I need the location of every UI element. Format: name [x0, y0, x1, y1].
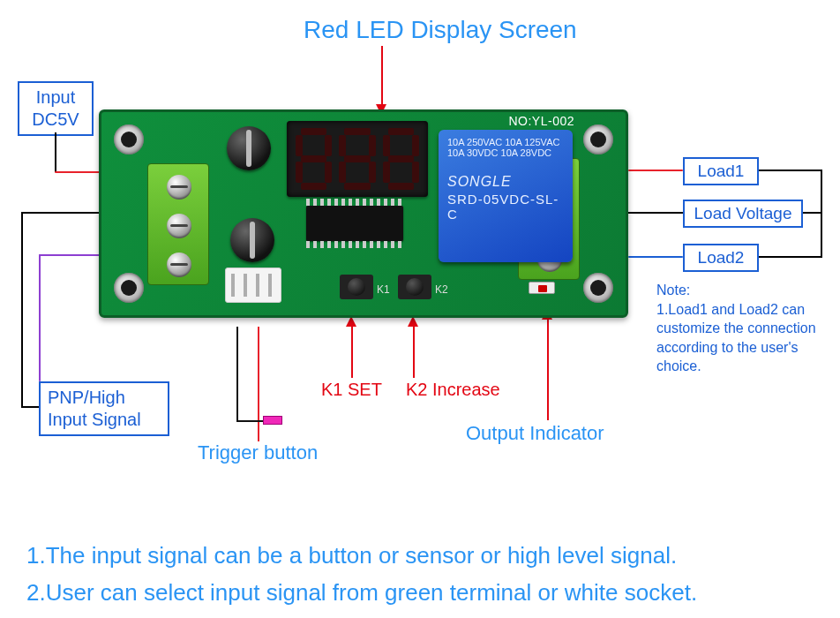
mount-hole-icon — [114, 124, 144, 154]
note-title: Note: — [656, 283, 690, 298]
relay-specs-1: 10A 250VAC 10A 125VAC — [447, 137, 564, 147]
label-load1: Load1 — [683, 157, 759, 185]
k2-silk: K2 — [435, 283, 448, 296]
screw-icon — [167, 252, 191, 277]
label-load2: Load2 — [683, 244, 759, 272]
wire-trigger-v1 — [258, 327, 259, 441]
label-pnp-l1: PNP/High — [48, 388, 125, 407]
note-block: Note: 1.Load1 and Load2 can customize th… — [656, 281, 833, 376]
wire-loadv — [628, 212, 683, 214]
capacitor-icon — [227, 126, 271, 170]
footer-line-2: 2.User can select input signal from gree… — [26, 579, 697, 607]
seven-seg-display — [287, 121, 428, 197]
k1-silk: K1 — [377, 283, 390, 296]
label-k1: K1 SET — [321, 380, 382, 400]
relay-part-number: SRD-05VDC-SL-C — [447, 192, 564, 222]
white-socket — [225, 268, 281, 303]
k1-button — [340, 275, 373, 299]
wire-r-v — [821, 170, 822, 258]
relay: 10A 250VAC 10A 125VAC 10A 30VDC 10A 28VD… — [439, 130, 573, 262]
label-trigger: Trigger button — [198, 441, 318, 464]
board-model: NO:YL-002 — [508, 114, 574, 128]
mount-hole-icon — [583, 273, 613, 303]
wire-trigger-v2 — [236, 327, 238, 420]
diagram-canvas: Red LED Display Screen Input DC5V PNP/Hi… — [0, 0, 840, 618]
wire-dc5v-v — [55, 132, 56, 172]
title-red-led: Red LED Display Screen — [304, 16, 577, 44]
label-pnp-l2: Input Signal — [48, 410, 141, 429]
wire-r-bot-h — [759, 256, 822, 258]
label-pnp: PNP/High Input Signal — [39, 381, 169, 436]
wire-load1 — [628, 170, 683, 171]
capacitor-icon — [230, 218, 274, 262]
mount-hole-icon — [114, 273, 144, 303]
label-input-dc5v-l1: Input — [36, 87, 75, 107]
label-input-dc5v: Input DC5V — [18, 81, 94, 136]
wire-r-top-h — [759, 170, 822, 171]
screw-icon — [167, 175, 191, 200]
label-load-voltage: Load Voltage — [683, 200, 803, 228]
pcb-board: NO:YL-002 — [99, 109, 628, 318]
trigger-button-icon — [263, 416, 282, 425]
label-output-ind: Output Indicator — [466, 422, 604, 445]
screw-icon — [167, 214, 191, 238]
wire-pnp-outer-v — [21, 212, 23, 408]
mount-hole-icon — [583, 124, 613, 154]
k2-button — [398, 275, 431, 299]
output-led-icon — [529, 282, 555, 294]
wire-pnp-inner-v — [39, 254, 41, 381]
relay-brand: SONGLE — [447, 174, 564, 190]
note-body: 1.Load1 and Load2 can customize the conn… — [656, 302, 816, 374]
relay-specs-2: 10A 30VDC 10A 28VDC — [447, 147, 564, 158]
label-k2: K2 Increase — [406, 380, 500, 400]
footer-line-1: 1.The input signal can be a button or se… — [26, 542, 677, 569]
label-input-dc5v-l2: DC5V — [32, 109, 79, 129]
ic-chip-icon — [306, 206, 403, 241]
wire-pnp-outer-h2 — [21, 406, 39, 408]
wire-r-mid-h — [803, 212, 822, 214]
left-terminal-block — [147, 163, 209, 285]
wire-load2 — [628, 256, 683, 258]
